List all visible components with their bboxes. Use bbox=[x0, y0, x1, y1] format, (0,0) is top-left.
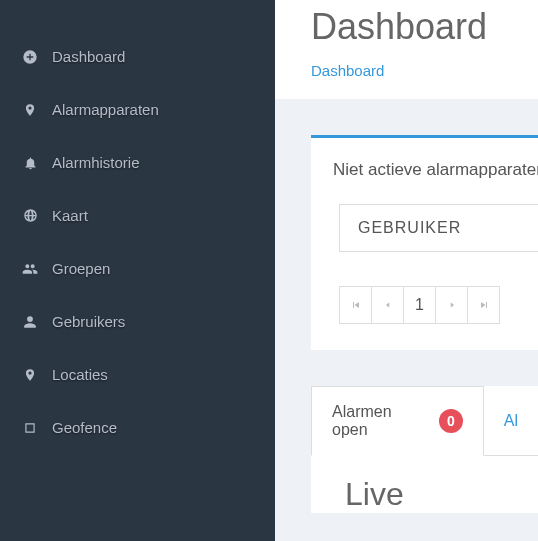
page-number[interactable]: 1 bbox=[403, 286, 436, 324]
sidebar-item-label: Geofence bbox=[52, 419, 117, 436]
user-icon bbox=[18, 314, 42, 330]
page-last-button[interactable] bbox=[467, 286, 500, 324]
page-first-button[interactable] bbox=[339, 286, 372, 324]
square-icon bbox=[18, 421, 42, 435]
sidebar-item-label: Alarmhistorie bbox=[52, 154, 140, 171]
card-title: Niet actieve alarmapparaten bbox=[311, 158, 538, 204]
pin-icon bbox=[18, 367, 42, 383]
main-content: Dashboard Dashboard Niet actieve alarmap… bbox=[275, 0, 538, 541]
badge-count: 0 bbox=[439, 409, 463, 433]
sidebar-item-geofence[interactable]: Geofence bbox=[0, 401, 275, 454]
sidebar-item-label: Locaties bbox=[52, 366, 108, 383]
sidebar-item-label: Dashboard bbox=[52, 48, 125, 65]
sidebar-item-locaties[interactable]: Locaties bbox=[0, 348, 275, 401]
sidebar-item-alarmapparaten[interactable]: Alarmapparaten bbox=[0, 83, 275, 136]
sidebar-item-label: Gebruikers bbox=[52, 313, 125, 330]
sidebar-item-alarmhistorie[interactable]: Alarmhistorie bbox=[0, 136, 275, 189]
inactive-devices-card: Niet actieve alarmapparaten GEBRUIKER 1 bbox=[311, 135, 538, 350]
sidebar-item-kaart[interactable]: Kaart bbox=[0, 189, 275, 242]
pagination: 1 bbox=[339, 286, 538, 324]
bell-icon bbox=[18, 155, 42, 171]
sidebar-item-gebruikers[interactable]: Gebruikers bbox=[0, 295, 275, 348]
tab-content-heading: Live bbox=[311, 456, 538, 513]
page-prev-button[interactable] bbox=[371, 286, 404, 324]
sidebar-item-dashboard[interactable]: Dashboard bbox=[0, 30, 275, 83]
dashboard-icon bbox=[18, 49, 42, 65]
pin-icon bbox=[18, 102, 42, 118]
main-header: Dashboard Dashboard bbox=[275, 0, 538, 99]
sidebar-item-label: Alarmapparaten bbox=[52, 101, 159, 118]
tab-label: Al bbox=[504, 412, 518, 430]
sidebar-item-label: Groepen bbox=[52, 260, 110, 277]
tab-label: Alarmen open bbox=[332, 403, 431, 439]
breadcrumb[interactable]: Dashboard bbox=[311, 62, 538, 79]
globe-icon bbox=[18, 208, 42, 223]
sidebar-item-groepen[interactable]: Groepen bbox=[0, 242, 275, 295]
alarms-card: Alarmen open 0 Al Live bbox=[311, 386, 538, 513]
tab-alarmen-open[interactable]: Alarmen open 0 bbox=[311, 386, 484, 456]
page-title: Dashboard bbox=[311, 0, 538, 48]
tabs: Alarmen open 0 Al bbox=[311, 386, 538, 456]
sidebar-item-label: Kaart bbox=[52, 207, 88, 224]
sidebar: Dashboard Alarmapparaten Alarmhistorie K… bbox=[0, 0, 275, 541]
tab-secondary[interactable]: Al bbox=[484, 386, 538, 455]
page-next-button[interactable] bbox=[435, 286, 468, 324]
table-column-header-gebruiker[interactable]: GEBRUIKER bbox=[339, 204, 538, 252]
users-icon bbox=[18, 261, 42, 277]
